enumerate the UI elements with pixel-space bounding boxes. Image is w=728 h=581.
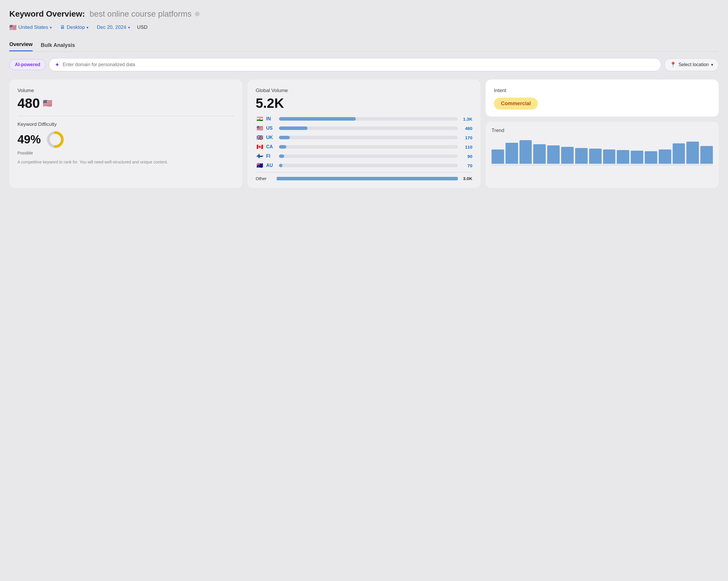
bar-uk (279, 136, 290, 139)
kd-section: Keyword Difficulty 49% Possible A compet… (18, 122, 234, 165)
country-row-in: 🇮🇳 IN 1.3K (256, 116, 472, 122)
volume-value-row: 480 🇺🇸 (18, 96, 234, 111)
device-filter-button[interactable]: 🖥 Desktop ▾ (56, 23, 93, 31)
intent-trend-col: Intent Commercial Trend (486, 79, 719, 188)
kd-possible: Possible (18, 151, 234, 155)
val-fi: 90 (460, 154, 472, 159)
add-keyword-icon[interactable]: ⊕ (194, 10, 200, 18)
bar-ca-wrap (279, 145, 458, 149)
bar-au (279, 164, 283, 167)
trend-bar-12 (645, 151, 657, 164)
currency-label: USD (137, 24, 148, 30)
country-row-fi: 🇫🇮 FI 90 (256, 153, 472, 159)
val-us: 480 (460, 126, 472, 131)
page-title-row: Keyword Overview: best online course pla… (9, 9, 719, 19)
bar-in (279, 117, 356, 121)
domain-input-wrap[interactable]: ✦ (49, 58, 661, 71)
flag-in: 🇮🇳 (256, 116, 264, 122)
kd-desc: A competitive keyword to rank for. You w… (18, 159, 234, 165)
bar-us (279, 126, 308, 130)
country-row-uk: 🇬🇧 UK 170 (256, 134, 472, 141)
val-uk: 170 (460, 135, 472, 140)
volume-label: Volume (18, 88, 234, 94)
val-au: 70 (460, 163, 472, 168)
ai-powered-badge: AI-powered (9, 59, 46, 70)
pin-icon: 📍 (670, 61, 676, 68)
location-select-chevron-icon: ▾ (711, 62, 713, 67)
bar-au-wrap (279, 164, 458, 167)
volume-kd-card: Volume 480 🇺🇸 Keyword Difficulty 49% Pos… (9, 79, 242, 188)
bar-us-wrap (279, 126, 458, 130)
kd-percent: 49% (18, 133, 41, 146)
domain-input[interactable] (62, 62, 655, 67)
tab-overview[interactable]: Overview (9, 40, 33, 51)
page-title: Keyword Overview: best online course pla… (9, 9, 191, 19)
trend-bar-7 (575, 148, 588, 164)
trend-bar-2 (505, 143, 518, 164)
location-label: United States (18, 24, 48, 30)
trend-card: Trend (486, 122, 719, 188)
tab-bulk-analysis[interactable]: Bulk Analysis (41, 41, 75, 51)
date-filter-button[interactable]: Dec 20, 2024 ▾ (93, 23, 134, 31)
flag-ca: 🇨🇦 (256, 144, 264, 150)
flag-au: 🇦🇺 (256, 162, 264, 169)
donut-svg (46, 130, 64, 149)
code-au: AU (266, 163, 277, 168)
donut-chart (46, 130, 64, 149)
tabs-row: Overview Bulk Analysis (9, 40, 719, 52)
other-val: 3.0K (460, 176, 472, 181)
other-row: Other 3.0K (256, 172, 472, 181)
code-ca: CA (266, 144, 277, 150)
sparkle-icon: ✦ (55, 61, 60, 68)
trend-bar-4 (533, 144, 546, 164)
device-label: Desktop (67, 24, 85, 30)
bar-fi-wrap (279, 154, 458, 158)
intent-label: Intent (494, 88, 710, 94)
trend-bar-3 (520, 140, 532, 164)
code-in: IN (266, 116, 277, 122)
global-volume-value: 5.2K (256, 95, 472, 111)
location-chevron-icon: ▾ (50, 25, 52, 30)
country-row-ca: 🇨🇦 CA 110 (256, 144, 472, 150)
val-ca: 110 (460, 145, 472, 150)
trend-bar-1 (492, 150, 504, 164)
code-us: US (266, 126, 277, 131)
device-chevron-icon: ▾ (86, 25, 88, 30)
country-row-au: 🇦🇺 AU 70 (256, 162, 472, 169)
date-label: Dec 20, 2024 (97, 24, 126, 30)
bar-ca (279, 145, 286, 149)
trend-label: Trend (492, 128, 713, 133)
global-volume-label: Global Volume (256, 88, 472, 94)
trend-bar-14 (673, 143, 685, 164)
other-bar (277, 177, 458, 180)
commercial-badge: Commercial (494, 98, 538, 109)
flag-us: 🇺🇸 (256, 125, 264, 131)
location-filter-button[interactable]: 🇺🇸 United States ▾ (9, 23, 56, 32)
other-label: Other (256, 176, 274, 181)
kd-label: Keyword Difficulty (18, 122, 234, 127)
volume-flag: 🇺🇸 (43, 99, 52, 108)
trend-bar-15 (686, 142, 699, 164)
bar-fi (279, 154, 284, 158)
volume-value: 480 (18, 96, 40, 111)
trend-bar-13 (659, 150, 671, 164)
location-select-btn[interactable]: 📍 Select location ▾ (664, 58, 719, 71)
trend-bar-16 (700, 146, 713, 164)
location-flag: 🇺🇸 (9, 24, 17, 31)
code-uk: UK (266, 135, 277, 140)
device-icon: 🖥 (60, 24, 65, 30)
trend-bar-8 (589, 149, 602, 164)
code-fi: FI (266, 154, 277, 159)
intent-card: Intent Commercial (486, 79, 719, 117)
volume-section: Volume 480 🇺🇸 (18, 88, 234, 111)
global-volume-card: Global Volume 5.2K 🇮🇳 IN 1.3K 🇺🇸 US 480 … (248, 79, 480, 188)
country-row-us: 🇺🇸 US 480 (256, 125, 472, 131)
flag-fi: 🇫🇮 (256, 153, 264, 159)
flag-uk: 🇬🇧 (256, 134, 264, 141)
trend-bar-9 (603, 150, 616, 164)
trend-bar-5 (547, 145, 560, 164)
bar-in-wrap (279, 117, 458, 121)
card-divider (18, 116, 234, 116)
title-keyword: best online course platforms (90, 9, 191, 18)
val-in: 1.3K (460, 117, 472, 122)
